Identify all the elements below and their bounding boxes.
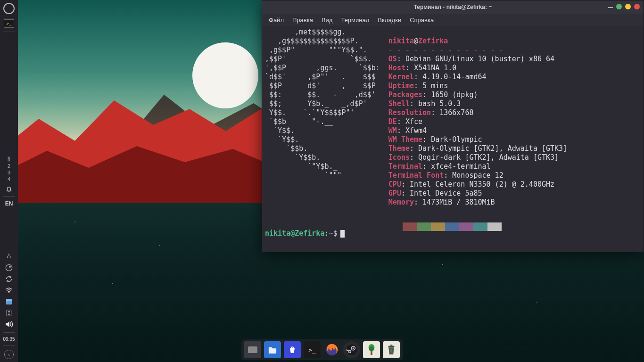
neofetch-value: : 5 mins xyxy=(414,82,448,90)
star xyxy=(74,222,75,222)
color-swatch xyxy=(388,222,403,231)
separator xyxy=(3,196,15,197)
neofetch-value: : 644x362 xyxy=(431,108,473,117)
menu-Файл[interactable]: Файл xyxy=(269,16,284,24)
window-button[interactable] xyxy=(625,4,631,9)
at-sign: @ xyxy=(414,37,418,45)
neofetch-separator: - - - - - - - - - - - - - - xyxy=(388,46,504,54)
workspace-4[interactable]: 4 xyxy=(8,176,10,182)
neofetch-key: Kernel xyxy=(388,73,414,81)
svg-rect-16 xyxy=(390,345,393,346)
app-menu-icon[interactable] xyxy=(3,3,15,14)
neofetch-key: Packages xyxy=(388,90,422,99)
neofetch-user: nikita xyxy=(388,37,414,45)
neofetch-key: DE xyxy=(388,117,397,126)
svg-point-1 xyxy=(9,266,11,268)
terminal-launcher[interactable]: >_ xyxy=(4,19,14,28)
dock-files-icon[interactable] xyxy=(244,341,261,358)
clipboard-tray-icon[interactable] xyxy=(5,309,13,317)
star xyxy=(159,245,160,246)
tray-app-icon[interactable] xyxy=(5,252,13,261)
color-swatch xyxy=(459,222,473,231)
calendar-tray-icon[interactable] xyxy=(5,297,13,306)
dock-game-icon[interactable] xyxy=(363,341,380,358)
neofetch-row: Theme: Dark-Olympic [GTK2], Adwaita [GTK… xyxy=(388,144,567,153)
menu-Правка[interactable]: Правка xyxy=(292,16,313,24)
svg-point-2 xyxy=(8,293,9,293)
window-minimize-icon[interactable] xyxy=(608,7,613,8)
dock-steam-icon[interactable] xyxy=(343,341,360,358)
dock-file-manager-icon[interactable] xyxy=(264,341,281,358)
neofetch-row: WM Theme: Dark-Olympic xyxy=(388,135,567,144)
color-swatch xyxy=(431,222,445,231)
dock-firefox-icon[interactable] xyxy=(323,341,340,358)
menu-Терминал[interactable]: Терминал xyxy=(341,16,369,24)
neofetch-value: : 4.19.0-14-amd64 xyxy=(414,73,487,81)
notifications-icon[interactable] xyxy=(0,183,18,195)
separator xyxy=(3,18,15,18)
workspace-1[interactable]: 1 xyxy=(8,156,10,162)
prompt-host: Zefirka xyxy=(295,229,324,238)
neofetch-value: : Dark-Olympic [GTK2], Adwaita [GTK3] xyxy=(410,144,567,153)
neofetch-row: Resolution: 644x362 xyxy=(388,108,567,117)
wifi-tray-icon[interactable] xyxy=(5,286,13,295)
panel-collapse-icon[interactable]: ‹ xyxy=(4,350,14,359)
shell-prompt[interactable]: nikita@Zefirka:~$ xyxy=(265,221,345,246)
window-titlebar[interactable]: Терминал - nikita@Zefirka: ~ xyxy=(262,0,644,14)
neofetch-value: : xfce4-terminal xyxy=(422,162,491,171)
neofetch-row: Icons: Qogir-dark [GTK2], Adwaita [GTK3] xyxy=(388,153,567,162)
neofetch-row: WM: Xfwm4 xyxy=(388,126,567,135)
color-swatch xyxy=(403,222,417,231)
neofetch-row: Terminal: xfce4-terminal xyxy=(388,162,567,171)
neofetch-row: Host: X541NA 1.0 xyxy=(388,64,567,73)
neofetch-ascii: _,met$$$$$gg. ,g$$$$$$$$$$$$$$$P. ,g$$P"… xyxy=(265,28,380,249)
menu-Вид[interactable]: Вид xyxy=(322,16,333,24)
at-sign: @ xyxy=(290,229,295,238)
keyboard-layout[interactable]: EN xyxy=(0,198,18,209)
volume-tray-icon[interactable] xyxy=(5,320,13,329)
window-close-icon[interactable] xyxy=(634,4,640,9)
neofetch-row: OS: Debian GNU/Linux 10 (buster) x86_64 xyxy=(388,55,567,64)
separator xyxy=(3,346,15,346)
neofetch-value: : bash 5.0.3 xyxy=(410,99,461,108)
window-title: Терминал - nikita@Zefirka: ~ xyxy=(262,4,644,10)
wallpaper-moon xyxy=(192,42,258,108)
menu-Справка[interactable]: Справка xyxy=(410,16,434,24)
dock-trash-icon[interactable] xyxy=(383,341,400,358)
window-controls xyxy=(608,4,640,9)
neofetch-key: GPU xyxy=(388,189,401,197)
window-button[interactable] xyxy=(616,4,622,9)
neofetch-key: Theme xyxy=(388,144,410,153)
terminal-output[interactable]: _,met$$$$$gg. ,g$$$$$$$$$$$$$$$P. ,g$$P"… xyxy=(262,26,644,252)
neofetch-value: : Monospace 12 xyxy=(444,171,503,180)
left-panel: >_ 1234 EN 09:35 ‹ xyxy=(0,0,18,362)
steam-tray-icon[interactable] xyxy=(5,263,13,272)
neofetch-row: CPU: Intel Celeron N3350 (2) @ 2.400GHz xyxy=(388,180,567,189)
star xyxy=(442,264,443,265)
svg-rect-6 xyxy=(248,346,257,353)
update-tray-icon[interactable] xyxy=(5,275,13,283)
dock-terminal-icon[interactable]: >_ xyxy=(304,341,321,358)
neofetch-row: Memory: 1473MiB / 3810MiB xyxy=(388,198,567,207)
workspace-switcher: 1234 xyxy=(8,156,10,183)
neofetch-value: : 1473MiB / 3810MiB xyxy=(414,198,495,206)
neofetch-value: : Xfwm4 xyxy=(397,126,427,135)
separator xyxy=(3,32,15,32)
neofetch-value: : X541NA 1.0 xyxy=(405,64,456,72)
workspace-2[interactable]: 2 xyxy=(8,163,10,169)
neofetch-key: Icons xyxy=(388,153,410,162)
dock-software-center-icon[interactable] xyxy=(284,341,301,358)
neofetch-key: Terminal xyxy=(388,162,422,171)
neofetch-row: GPU: Intel Device 5a85 xyxy=(388,189,567,198)
clock[interactable]: 09:35 xyxy=(3,337,15,342)
star xyxy=(537,302,537,303)
neofetch-key: Resolution xyxy=(388,108,431,117)
neofetch-info: nikita@Zefirka - - - - - - - - - - - - -… xyxy=(388,28,567,249)
neofetch-row: Kernel: 4.19.0-14-amd64 xyxy=(388,73,567,82)
neofetch-key: OS xyxy=(388,55,397,63)
neofetch-value: : Intel Device 5a85 xyxy=(401,189,482,197)
workspace-3[interactable]: 3 xyxy=(8,170,10,175)
neofetch-value: : Intel Celeron N3350 (2) @ 2.400GHz xyxy=(401,180,554,189)
menu-Вкладки[interactable]: Вкладки xyxy=(378,16,401,24)
prompt-path: ~ xyxy=(329,229,333,238)
